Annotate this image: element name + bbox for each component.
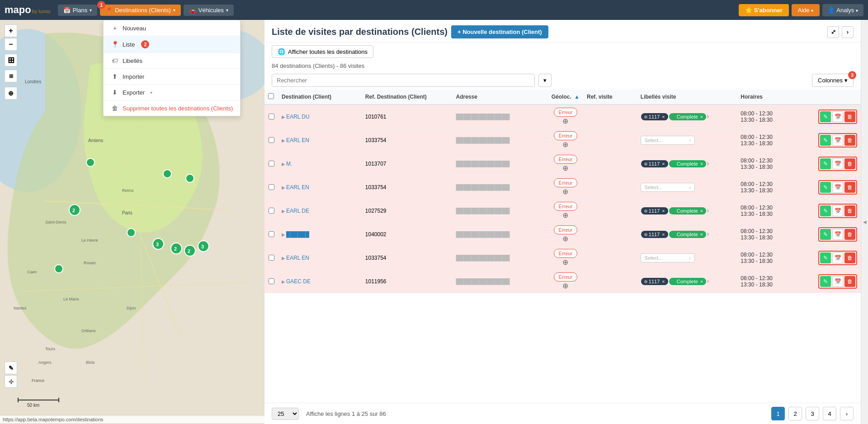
calendar-button[interactable]: 📅 [832, 229, 843, 240]
draw-icon[interactable]: ✎ [5, 362, 17, 374]
geoloc-error-button[interactable]: Erreur [554, 178, 578, 187]
delete-button[interactable]: 🗑 [844, 135, 855, 146]
edit-button[interactable]: ✎ [820, 135, 831, 146]
row-checkbox[interactable] [269, 255, 274, 261]
show-all-button[interactable]: 🌐 Afficher toutes les destinations [272, 45, 373, 58]
label-select[interactable]: Select...› [641, 253, 695, 262]
edit-button[interactable]: ✎ [820, 229, 831, 240]
label-remove-icon[interactable]: × [700, 232, 703, 237]
geoloc-error-button[interactable]: Erreur [554, 155, 578, 164]
edit-button[interactable]: ✎ [820, 111, 831, 122]
dropdown-nouveau[interactable]: + Nouveau [104, 20, 240, 36]
label-remove-icon[interactable]: × [662, 114, 665, 119]
label-remove-icon[interactable]: × [662, 232, 665, 237]
delete-button[interactable]: 🗑 [844, 111, 855, 122]
row-checkbox[interactable] [269, 278, 274, 284]
geoloc-error-button[interactable]: Erreur [554, 272, 578, 281]
edit-button[interactable]: ✎ [820, 158, 831, 169]
label-remove-icon[interactable]: × [700, 279, 703, 284]
calendar-button[interactable]: 📅 [832, 158, 843, 169]
calendar-button[interactable]: 📅 [832, 205, 843, 216]
row-checkbox[interactable] [269, 137, 274, 143]
geoloc-crosshair-icon[interactable]: ⊕ [562, 141, 568, 148]
col-header-destination[interactable]: Destination (Client) [278, 90, 362, 105]
row-checkbox[interactable] [269, 231, 274, 237]
analys-button[interactable]: 👤 Analys ▾ [822, 4, 863, 16]
delete-button[interactable]: 🗑 [844, 158, 855, 169]
add-label-icon[interactable]: › [707, 159, 709, 167]
location-btn[interactable]: ⊕ [5, 87, 17, 100]
collapse-panel-button[interactable]: › [842, 26, 854, 38]
destination-link[interactable]: GAEC DE [286, 278, 311, 285]
vehicles-button[interactable]: 🚗 Véhicules ▾ [184, 5, 234, 16]
side-expand-handle[interactable]: ◀ [861, 20, 868, 424]
row-checkbox[interactable] [269, 208, 274, 214]
geoloc-crosshair-icon[interactable]: ⊕ [562, 235, 568, 243]
geoloc-error-button[interactable]: Erreur [554, 131, 578, 140]
geoloc-error-button[interactable]: Erreur [554, 225, 578, 234]
row-checkbox[interactable] [269, 161, 274, 167]
add-label-icon[interactable]: › [707, 277, 709, 285]
row-checkbox[interactable] [269, 114, 274, 119]
select-all-checkbox[interactable] [268, 93, 274, 99]
dropdown-liste[interactable]: 📍 Liste 2 [104, 36, 240, 53]
per-page-select[interactable]: 25 50 100 [272, 408, 299, 420]
delete-button[interactable]: 🗑 [844, 205, 855, 216]
label-remove-icon[interactable]: × [700, 161, 703, 167]
calendar-button[interactable]: 📅 [832, 111, 843, 122]
layers-button[interactable]: ⊞ [5, 54, 17, 67]
label-remove-icon[interactable]: × [662, 161, 665, 167]
zoom-in-button[interactable]: + [5, 24, 17, 37]
label-select[interactable]: Select...› [641, 183, 695, 192]
new-destination-button[interactable]: + Nouvelle destination (Client) [451, 25, 548, 38]
edit-button[interactable]: ✎ [820, 252, 831, 263]
label-remove-icon[interactable]: × [662, 279, 665, 284]
destination-link[interactable]: EARL EN [286, 255, 309, 261]
geoloc-error-button[interactable]: Erreur [554, 108, 578, 117]
dropdown-supprimer[interactable]: 🗑 Supprimer toutes les destinations (Cli… [104, 100, 240, 116]
label-remove-icon[interactable]: × [700, 114, 703, 119]
edit-button[interactable]: ✎ [820, 205, 831, 216]
delete-button[interactable]: 🗑 [844, 252, 855, 263]
dropdown-exporter[interactable]: ⬇ Exporter ▾ [104, 85, 240, 100]
destination-link[interactable]: EARL DU [286, 114, 310, 120]
label-remove-icon[interactable]: × [700, 208, 703, 214]
geoloc-crosshair-icon[interactable]: ⊕ [562, 282, 568, 290]
destination-link[interactable]: M. [286, 161, 292, 167]
dropdown-libelles[interactable]: 🏷 Libellés [104, 53, 240, 69]
subscribe-button[interactable]: ⭐ S'abonner [739, 4, 789, 16]
edit-button[interactable]: ✎ [820, 276, 831, 287]
pointer-icon[interactable]: ⊹ [5, 375, 17, 388]
destinations-button[interactable]: 📍 Destinations (Clients) ▾ [100, 5, 181, 16]
col-header-geoloc[interactable]: Géoloc. ▲ [548, 90, 583, 105]
calendar-button[interactable]: 📅 [832, 276, 843, 287]
delete-button[interactable]: 🗑 [844, 229, 855, 240]
geoloc-crosshair-icon[interactable]: ⊕ [562, 164, 568, 172]
geoloc-error-button[interactable]: Erreur [554, 249, 578, 258]
destination-link[interactable]: EARL DE [286, 208, 309, 214]
aide-button[interactable]: Aide ▾ [792, 4, 820, 16]
calendar-button[interactable]: 📅 [832, 135, 843, 146]
zoom-out-button[interactable]: − [5, 38, 17, 51]
add-label-icon[interactable]: › [707, 230, 709, 238]
destination-link[interactable]: EARL EN [286, 184, 309, 191]
label-select[interactable]: Select...› [641, 136, 695, 145]
plans-button[interactable]: 📅 Plans ▾ [58, 5, 98, 16]
page-next-button[interactable]: › [840, 407, 854, 420]
colonnes-button[interactable]: Colonnes ▾ [812, 74, 854, 87]
row-checkbox[interactable] [269, 184, 274, 190]
edit-button[interactable]: ✎ [820, 182, 831, 193]
page-btn-1[interactable]: 1 [771, 407, 785, 420]
page-btn-3[interactable]: 3 [806, 407, 819, 420]
geoloc-crosshair-icon[interactable]: ⊕ [562, 117, 568, 125]
geoloc-crosshair-icon[interactable]: ⊕ [562, 211, 568, 219]
geoloc-crosshair-icon[interactable]: ⊕ [562, 188, 568, 195]
destination-link[interactable]: ██████ [286, 231, 309, 238]
map-extra-ctrl-1[interactable]: ⊞ [5, 70, 17, 82]
search-input[interactable] [272, 74, 535, 87]
geoloc-error-button[interactable]: Erreur [554, 202, 578, 211]
calendar-button[interactable]: 📅 [832, 252, 843, 263]
geoloc-crosshair-icon[interactable]: ⊕ [562, 258, 568, 266]
add-label-icon[interactable]: › [707, 206, 709, 214]
dropdown-importer[interactable]: ⬆ Importer [104, 69, 240, 85]
